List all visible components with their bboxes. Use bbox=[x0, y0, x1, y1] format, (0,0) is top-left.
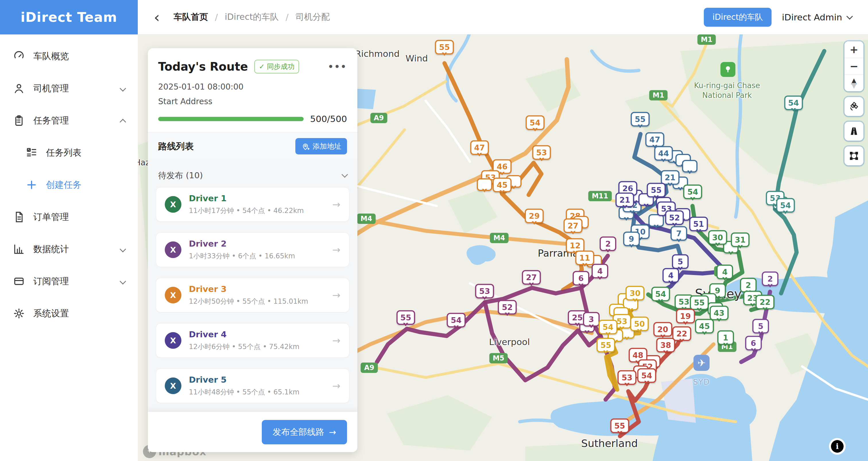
satellite-toggle-button[interactable] bbox=[844, 97, 863, 116]
team-button[interactable]: iDirect的车队 bbox=[704, 8, 772, 27]
chevron-down-icon bbox=[846, 13, 853, 20]
map-stop-marker[interactable]: 9 bbox=[623, 232, 640, 246]
map-stop-marker[interactable]: 55 bbox=[647, 183, 665, 197]
map-stop-marker[interactable]: 27 bbox=[563, 218, 582, 233]
map[interactable]: Ku-ring-gai Chase National Park Richmond… bbox=[138, 34, 868, 461]
arrow-right-icon[interactable]: → bbox=[332, 244, 341, 255]
map-stop-marker[interactable]: 4 bbox=[662, 268, 679, 283]
traffic-toggle-button[interactable] bbox=[844, 122, 863, 141]
sidebar-item-subscription-management[interactable]: 订阅管理 bbox=[0, 265, 138, 297]
map-stop-marker[interactable]: 54 bbox=[776, 198, 795, 213]
map-stop-marker[interactable]: 53 bbox=[532, 145, 551, 160]
map-stop-marker[interactable]: 53 bbox=[618, 370, 637, 385]
driver-card[interactable]: X Driver 4 12小时6分钟 • 55个点 • 75.42km → bbox=[156, 323, 349, 358]
map-stop-marker[interactable]: 30 bbox=[708, 230, 727, 245]
sidebar-item-data-statistics[interactable]: 数据统计 bbox=[0, 233, 138, 265]
map-stop-marker[interactable] bbox=[477, 178, 492, 191]
map-stop-marker[interactable]: 38 bbox=[656, 338, 675, 352]
map-stop-marker[interactable]: 19 bbox=[676, 309, 695, 324]
map-stop-marker[interactable]: 52 bbox=[498, 300, 517, 315]
map-stop-marker[interactable]: 55 bbox=[596, 338, 615, 352]
map-stop-marker[interactable]: 55 bbox=[396, 310, 415, 325]
driver-card[interactable]: X Driver 2 1小时33分钟 • 6个点 • 16.65km → bbox=[156, 233, 349, 267]
map-stop-marker[interactable]: 22 bbox=[755, 295, 774, 309]
map-stop-marker[interactable]: 55 bbox=[631, 112, 650, 127]
map-stop-marker[interactable]: 29 bbox=[525, 209, 544, 223]
map-stop-marker[interactable]: 2 bbox=[762, 271, 778, 286]
arrow-right-icon[interactable]: → bbox=[332, 289, 341, 301]
map-stop-marker[interactable]: 2 bbox=[740, 278, 756, 293]
map-stop-marker[interactable]: 43 bbox=[710, 305, 728, 320]
map-stop-marker[interactable]: 47 bbox=[645, 132, 664, 147]
map-stop-marker[interactable]: 52 bbox=[665, 210, 684, 225]
chevron-down-icon bbox=[120, 246, 126, 253]
sidebar-item-driver-management[interactable]: 司机管理 bbox=[0, 72, 138, 104]
map-stop-marker[interactable]: 54 bbox=[637, 368, 656, 383]
driver-avatar: X bbox=[165, 332, 181, 349]
map-stop-marker[interactable]: 1 bbox=[717, 330, 734, 345]
map-stop-marker[interactable]: 54 bbox=[651, 287, 670, 301]
map-stop-marker[interactable]: 51 bbox=[689, 217, 708, 232]
map-stop-marker[interactable]: 6 bbox=[745, 336, 762, 350]
back-button[interactable]: ‹ bbox=[154, 10, 160, 25]
add-address-button[interactable]: 添加地址 bbox=[296, 138, 347, 154]
driver-card[interactable]: X Driver 1 11小时17分钟 • 54个点 • 46.22km → bbox=[156, 187, 349, 222]
sidebar-item-create-task[interactable]: 创建任务 bbox=[0, 169, 138, 201]
map-stop-marker[interactable]: 47 bbox=[470, 141, 489, 155]
map-stop-marker[interactable]: 54 bbox=[526, 115, 545, 130]
map-stop-marker[interactable]: 50 bbox=[630, 317, 649, 331]
map-stop-marker[interactable]: 45 bbox=[695, 319, 714, 333]
map-stop-marker[interactable]: 5 bbox=[672, 254, 689, 269]
driver-card[interactable]: X Driver 3 12小时50分钟 • 55个点 • 115.01km → bbox=[156, 278, 349, 312]
pin-plus-icon bbox=[301, 142, 310, 151]
map-stop-marker[interactable]: 31 bbox=[731, 233, 750, 247]
arrow-right-icon[interactable]: → bbox=[332, 380, 341, 392]
sidebar-item-fleet-overview[interactable]: 车队概览 bbox=[0, 40, 138, 72]
map-stop-marker[interactable]: 4 bbox=[592, 264, 608, 278]
route-datetime: 2025-01-01 08:00:00 bbox=[158, 82, 347, 92]
breadcrumb-team[interactable]: iDirect的车队 bbox=[225, 11, 279, 23]
map-stop-marker[interactable]: 54 bbox=[683, 184, 702, 199]
sidebar-item-task-list[interactable]: 任务列表 bbox=[0, 136, 138, 169]
map-stop-marker[interactable]: 22 bbox=[672, 327, 691, 341]
arrow-right-icon[interactable]: → bbox=[332, 198, 341, 210]
map-stop-marker[interactable]: 54 bbox=[599, 319, 618, 334]
map-stop-marker[interactable]: 6 bbox=[572, 271, 589, 286]
map-stop-marker[interactable]: 11 bbox=[575, 251, 594, 265]
map-stop-marker[interactable]: 55 bbox=[610, 419, 629, 433]
sidebar-item-order-management[interactable]: 订单管理 bbox=[0, 201, 138, 233]
map-stop-marker[interactable]: 55 bbox=[435, 40, 454, 55]
map-stop-marker[interactable]: 53 bbox=[475, 284, 494, 299]
map-stop-marker[interactable] bbox=[682, 160, 698, 173]
fit-bounds-button[interactable] bbox=[844, 146, 863, 165]
compass-button[interactable]: ▲▼ bbox=[844, 74, 863, 91]
driver-card[interactable]: X Driver 5 11小时48分钟 • 55个点 • 65.1km → bbox=[156, 369, 349, 403]
sidebar-item-label: 系统设置 bbox=[33, 307, 69, 319]
map-stop-marker[interactable]: 54 bbox=[446, 313, 466, 328]
map-stop-marker[interactable]: 20 bbox=[653, 322, 672, 337]
map-stop-marker[interactable]: 44 bbox=[654, 146, 673, 161]
map-stop-marker[interactable]: 5 bbox=[752, 319, 769, 333]
sidebar-item-task-management[interactable]: 任务管理 bbox=[0, 104, 138, 136]
zoom-out-button[interactable]: − bbox=[844, 58, 863, 74]
map-stop-marker[interactable]: 2 bbox=[600, 237, 616, 251]
app-title: iDirect Team bbox=[21, 9, 117, 25]
pending-group-toggle[interactable]: 待发布 (10) bbox=[156, 167, 349, 187]
sidebar-item-system-settings[interactable]: 系统设置 bbox=[0, 297, 138, 330]
map-stop-marker[interactable]: 27 bbox=[522, 270, 541, 285]
map-stop-marker[interactable]: 30 bbox=[626, 286, 645, 301]
map-stop-marker[interactable]: 45 bbox=[493, 178, 512, 192]
breadcrumb-driver-assign[interactable]: 司机分配 bbox=[296, 11, 330, 23]
zoom-in-button[interactable]: + bbox=[844, 41, 863, 58]
breadcrumb-fleet-home[interactable]: 车队首页 bbox=[174, 11, 208, 23]
publish-all-routes-button[interactable]: 发布全部线路 → bbox=[262, 420, 347, 444]
arrow-right-icon[interactable]: → bbox=[332, 335, 341, 346]
panel-menu-button[interactable]: ••• bbox=[328, 62, 347, 72]
map-stop-marker[interactable]: 55 bbox=[690, 296, 709, 310]
map-stop-marker[interactable]: 54 bbox=[784, 96, 803, 110]
map-stop-marker[interactable]: 3 bbox=[583, 312, 600, 327]
user-menu[interactable]: iDirect Admin bbox=[782, 12, 852, 22]
map-stop-marker[interactable]: 4 bbox=[716, 265, 733, 279]
map-stop-marker[interactable]: 21 bbox=[615, 193, 634, 207]
map-info-button[interactable]: i bbox=[829, 438, 846, 455]
